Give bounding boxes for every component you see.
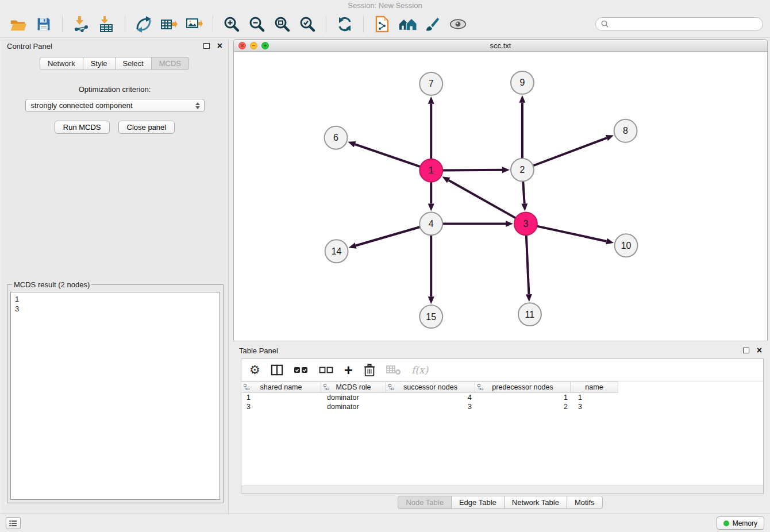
tab-network-table[interactable]: Network Table	[504, 496, 567, 509]
graph-node-8[interactable]: 8	[614, 119, 637, 142]
sort-icon	[244, 384, 250, 391]
tab-edge-table[interactable]: Edge Table	[451, 496, 505, 509]
mcds-result-title: MCDS result (2 nodes)	[12, 280, 91, 289]
select-all-columns-button[interactable]	[294, 361, 309, 379]
close-table-panel-icon[interactable]: ×	[757, 346, 762, 355]
table-settings-button[interactable]: ⚙	[249, 361, 260, 379]
show-columns-button[interactable]	[271, 361, 283, 379]
graph-node-1[interactable]: 1	[419, 159, 442, 182]
export-network-icon	[135, 16, 152, 33]
network-overview-button[interactable]	[396, 13, 419, 36]
tab-select[interactable]: Select	[115, 57, 152, 70]
deselect-all-columns-button[interactable]	[319, 361, 334, 379]
run-mcds-button[interactable]: Run MCDS	[55, 121, 110, 134]
eye-icon	[449, 18, 467, 30]
duplicate-network-button[interactable]	[371, 13, 394, 36]
window-zoom-icon[interactable]: +	[261, 42, 269, 49]
column-header-predecessor-nodes[interactable]: predecessor nodes	[475, 381, 571, 393]
svg-text:11: 11	[525, 310, 535, 319]
table-row[interactable]: 1 dominator 4 1 1	[241, 393, 763, 402]
graph-edge-2-3[interactable]	[523, 182, 524, 204]
graph-node-2[interactable]: 2	[511, 159, 534, 182]
graph-node-4[interactable]: 4	[419, 212, 442, 235]
export-table-button[interactable]	[157, 13, 180, 36]
status-bar: Memory	[0, 514, 770, 532]
tab-network[interactable]: Network	[40, 57, 83, 70]
add-column-button[interactable]: +	[344, 361, 353, 379]
toolbar-separator	[363, 16, 364, 33]
delete-rows-button[interactable]	[363, 361, 376, 379]
main-toolbar	[0, 10, 770, 38]
columns-icon	[271, 364, 283, 376]
graph-edge-1-6[interactable]	[355, 144, 421, 167]
network-window-titlebar[interactable]: × − + scc.txt	[234, 40, 767, 52]
task-history-button[interactable]	[6, 517, 21, 529]
column-header-successor-nodes[interactable]: successor nodes	[386, 381, 475, 393]
graph-node-6[interactable]: 6	[325, 126, 348, 149]
paint-style-button[interactable]	[421, 13, 444, 36]
memory-button[interactable]: Memory	[717, 516, 764, 530]
svg-text:1: 1	[429, 165, 434, 175]
column-header-name[interactable]: name	[570, 381, 618, 393]
svg-text:4: 4	[429, 219, 434, 229]
network-graph[interactable]: 7968124314101511	[234, 52, 767, 341]
graph-edge-3-11[interactable]	[526, 235, 529, 294]
tab-mcds[interactable]: MCDS	[151, 57, 189, 70]
arrowhead-icon	[348, 141, 356, 147]
svg-text:2: 2	[519, 165, 525, 175]
float-table-panel-icon[interactable]	[743, 348, 749, 353]
search-icon	[601, 20, 609, 28]
plus-icon: +	[344, 364, 353, 376]
table-row[interactable]: 3 dominator 3 2 3	[241, 402, 763, 411]
graph-edge-2-8[interactable]	[533, 138, 607, 165]
mcds-result-list[interactable]: 1 3	[10, 292, 220, 500]
float-panel-icon[interactable]	[203, 43, 210, 49]
close-panel-button[interactable]: Close panel	[118, 121, 175, 134]
graph-edge-1-2[interactable]	[442, 170, 502, 171]
optimization-criterion-label: Optimization criterion:	[1, 85, 228, 94]
graph-node-14[interactable]: 14	[325, 240, 348, 263]
zoom-fit-button[interactable]	[271, 13, 294, 36]
export-network-button[interactable]	[132, 13, 155, 36]
zoom-out-button[interactable]	[245, 13, 268, 36]
open-session-button[interactable]	[7, 13, 30, 36]
home-icon	[398, 17, 417, 32]
zoom-in-button[interactable]	[220, 13, 243, 36]
close-panel-icon[interactable]: ×	[217, 41, 222, 51]
graph-node-11[interactable]: 11	[518, 303, 541, 326]
zoom-fit-icon	[274, 16, 291, 33]
export-image-button[interactable]	[183, 13, 206, 36]
import-table-button[interactable]	[95, 13, 118, 36]
graph-node-7[interactable]: 7	[419, 72, 442, 95]
column-header-shared-name[interactable]: shared name	[241, 381, 321, 393]
window-minimize-icon[interactable]: −	[250, 42, 257, 49]
graph-edge-3-1[interactable]	[449, 180, 516, 218]
import-network-button[interactable]	[70, 13, 93, 36]
graph-node-3[interactable]: 3	[514, 212, 537, 235]
zoom-out-icon	[248, 16, 265, 33]
graph-node-9[interactable]: 9	[511, 71, 534, 94]
window-close-icon[interactable]: ×	[238, 42, 246, 49]
save-session-button[interactable]	[32, 13, 55, 36]
column-header-mcds-role[interactable]: MCDS role	[321, 381, 386, 393]
graph-edge-3-10[interactable]	[537, 226, 606, 241]
refresh-layout-button[interactable]	[333, 13, 356, 36]
tab-style[interactable]: Style	[83, 57, 116, 70]
sort-icon	[388, 384, 395, 391]
network-canvas[interactable]: 7968124314101511	[234, 52, 767, 341]
tab-node-table[interactable]: Node Table	[398, 496, 452, 509]
horizontal-scrollbar[interactable]	[241, 485, 763, 494]
arrowhead-icon	[349, 242, 357, 249]
criterion-select[interactable]: strongly connected component	[25, 99, 205, 112]
zoom-selected-button[interactable]	[296, 13, 319, 36]
tab-motifs[interactable]: Motifs	[567, 496, 603, 509]
graph-node-10[interactable]: 10	[615, 234, 638, 257]
search-field	[595, 17, 763, 31]
arrowhead-icon	[606, 135, 614, 141]
search-input[interactable]	[612, 20, 757, 28]
graph-node-15[interactable]: 15	[419, 305, 442, 328]
show-graphics-details-button[interactable]	[446, 13, 469, 36]
arrowhead-icon	[428, 203, 434, 211]
svg-text:6: 6	[333, 133, 338, 142]
graph-edge-4-14[interactable]	[356, 227, 420, 246]
